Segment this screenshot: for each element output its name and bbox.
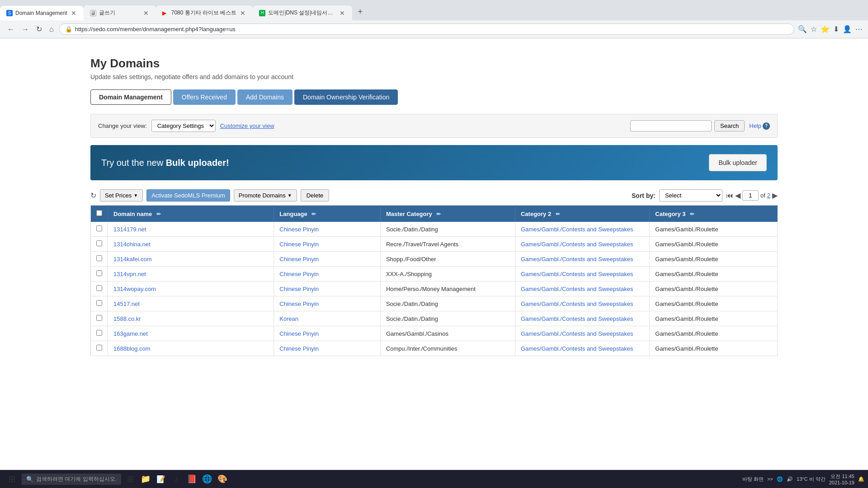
star-icon[interactable]: ☆ — [811, 25, 817, 33]
tab-close-2[interactable]: ✕ — [142, 9, 150, 17]
sort-select[interactable]: Select — [659, 189, 722, 202]
tab-domain-management[interactable]: S Domain Management ✕ — [0, 6, 84, 20]
search-icon[interactable]: 🔍 — [798, 25, 807, 33]
row-cat2-4: Games/Gambl./Contests and Sweepstakes — [515, 282, 649, 296]
domain-link-3[interactable]: 1314vpn.net — [113, 271, 146, 277]
col-language-edit-icon[interactable]: ✏ — [311, 211, 316, 217]
url-bar[interactable]: 🔒 https://sedo.com/member/dnmanagement.p… — [59, 23, 794, 35]
tab-add-domains[interactable]: Add Domains — [237, 89, 292, 105]
first-page-button[interactable]: ⏮ — [726, 192, 733, 200]
tab-close-1[interactable]: ✕ — [70, 9, 77, 17]
col-cat3-edit-icon[interactable]: ✏ — [690, 211, 694, 217]
domain-link-6[interactable]: 1588.co.kr — [113, 315, 141, 322]
bulk-text-bold: Bulk uploader! — [166, 158, 229, 168]
row-cat3-4: Games/Gambl./Roulette — [650, 282, 778, 296]
download-icon[interactable]: ⬇ — [833, 25, 839, 33]
tab-favicon-2: 글 — [90, 10, 96, 16]
search-button[interactable]: Search — [714, 120, 745, 131]
help-label: Help — [749, 122, 761, 129]
language-value-6[interactable]: Korean — [279, 315, 298, 322]
domain-link-7[interactable]: 163game.net — [113, 330, 148, 337]
row-master-3: XXX-A./Shopping — [380, 267, 515, 282]
language-value-7[interactable]: Chinese Pinyin — [279, 330, 319, 337]
row-checkbox-5[interactable] — [96, 300, 102, 306]
row-checkbox-4[interactable] — [96, 285, 102, 291]
table-row: 1314179.net Chinese Pinyin Socie./Datin.… — [91, 222, 778, 237]
customize-view-link[interactable]: Customize your view — [220, 122, 274, 129]
category2-value-0[interactable]: Games/Gambl./Contests and Sweepstakes — [521, 226, 633, 233]
set-prices-button[interactable]: Set Prices ▼ — [100, 189, 143, 202]
col-domain-edit-icon[interactable]: ✏ — [156, 211, 161, 217]
col-header-domain: Domain name ✏ — [108, 206, 274, 222]
category2-value-2[interactable]: Games/Gambl./Contests and Sweepstakes — [521, 256, 633, 263]
category2-value-4[interactable]: Games/Gambl./Contests and Sweepstakes — [521, 286, 633, 292]
back-button[interactable]: ← — [5, 23, 16, 35]
language-value-4[interactable]: Chinese Pinyin — [279, 286, 319, 292]
row-language-7: Chinese Pinyin — [274, 326, 381, 341]
prev-page-button[interactable]: ◀ — [735, 191, 741, 200]
home-button[interactable]: ⌂ — [47, 23, 56, 35]
row-checkbox-8[interactable] — [96, 345, 102, 351]
col-cat2-edit-icon[interactable]: ✏ — [556, 211, 560, 217]
tab-domain-ownership[interactable]: Domain Ownership Verification — [294, 89, 398, 105]
row-checkbox-cell — [91, 326, 108, 341]
row-checkbox-7[interactable] — [96, 330, 102, 336]
bulk-uploader-button[interactable]: Bulk uploader — [709, 154, 767, 171]
refresh-button[interactable]: ↻ — [34, 23, 44, 35]
row-cat3-8: Games/Gambl./Roulette — [650, 341, 778, 356]
account-icon[interactable]: 👤 — [843, 25, 852, 33]
category2-value-5[interactable]: Games/Gambl./Contests and Sweepstakes — [521, 300, 633, 307]
tab-title-4: 도메인|DNS 설정|네임서버 변경 — [268, 9, 336, 17]
activate-sedoMLS-button[interactable]: Activate SedoMLS Premium — [146, 189, 230, 202]
refresh-domains-icon[interactable]: ↻ — [90, 191, 96, 200]
tab-domain-management-nav[interactable]: Domain Management — [90, 89, 171, 105]
domain-link-2[interactable]: 1314kafei.com — [113, 256, 152, 263]
row-master-0: Socie./Datin./Dating — [380, 222, 515, 237]
row-checkbox-3[interactable] — [96, 270, 102, 276]
language-value-5[interactable]: Chinese Pinyin — [279, 300, 319, 307]
delete-button[interactable]: Delete — [301, 189, 330, 202]
domain-link-4[interactable]: 1314wopay.com — [113, 286, 156, 292]
domain-link-8[interactable]: 1688blog.com — [113, 345, 151, 352]
help-button[interactable]: Help ? — [749, 122, 770, 130]
language-value-0[interactable]: Chinese Pinyin — [279, 226, 319, 233]
search-input[interactable] — [630, 120, 712, 131]
row-checkbox-0[interactable] — [96, 225, 102, 231]
category2-value-7[interactable]: Games/Gambl./Contests and Sweepstakes — [521, 330, 633, 337]
domain-link-5[interactable]: 14517.net — [113, 300, 140, 307]
collection-icon[interactable]: ⭐ — [821, 25, 830, 33]
promote-domains-button[interactable]: Promote Domains ▼ — [234, 189, 297, 202]
tab-close-3[interactable]: ✕ — [239, 9, 246, 17]
new-tab-button[interactable]: + — [352, 4, 368, 20]
row-checkbox-1[interactable] — [96, 240, 102, 246]
row-checkbox-6[interactable] — [96, 315, 102, 321]
row-checkbox-2[interactable] — [96, 255, 102, 261]
forward-button[interactable]: → — [20, 23, 31, 35]
category2-value-6[interactable]: Games/Gambl./Contests and Sweepstakes — [521, 315, 633, 322]
table-row: 163game.net Chinese Pinyin Games/Gambl./… — [91, 326, 778, 341]
tab-offers-received[interactable]: Offers Received — [173, 89, 236, 105]
page-total-link[interactable]: 2 — [767, 192, 770, 199]
language-value-8[interactable]: Chinese Pinyin — [279, 345, 319, 352]
col-master-edit-icon[interactable]: ✏ — [436, 211, 441, 217]
row-domain-0: 1314179.net — [108, 222, 274, 237]
domain-link-0[interactable]: 1314179.net — [113, 226, 146, 233]
url-text: https://sedo.com/member/dnmanagement.php… — [75, 26, 788, 33]
page-input[interactable] — [742, 190, 759, 201]
menu-icon[interactable]: ⋯ — [855, 25, 863, 33]
language-value-3[interactable]: Chinese Pinyin — [279, 271, 319, 277]
tab-writing[interactable]: 글 글쓰기 ✕ — [84, 5, 156, 20]
domain-link-1[interactable]: 1314china.net — [113, 241, 151, 248]
tab-youtube[interactable]: ▶ 7080 통기타 라이브 베스트 ✕ — [156, 5, 253, 20]
next-page-button[interactable]: ▶ — [772, 191, 778, 200]
category2-value-8[interactable]: Games/Gambl./Contests and Sweepstakes — [521, 345, 633, 352]
language-value-2[interactable]: Chinese Pinyin — [279, 256, 319, 263]
select-all-checkbox[interactable] — [96, 210, 102, 216]
category2-value-3[interactable]: Games/Gambl./Contests and Sweepstakes — [521, 271, 633, 277]
language-value-1[interactable]: Chinese Pinyin — [279, 241, 319, 248]
row-master-5: Socie./Datin./Dating — [380, 296, 515, 311]
view-select[interactable]: Category Settings All Settings Price Set… — [151, 120, 216, 132]
tab-close-4[interactable]: ✕ — [339, 9, 346, 17]
category2-value-1[interactable]: Games/Gambl./Contests and Sweepstakes — [521, 241, 633, 248]
tab-dns[interactable]: H 도메인|DNS 설정|네임서버 변경 ✕ — [253, 5, 352, 20]
